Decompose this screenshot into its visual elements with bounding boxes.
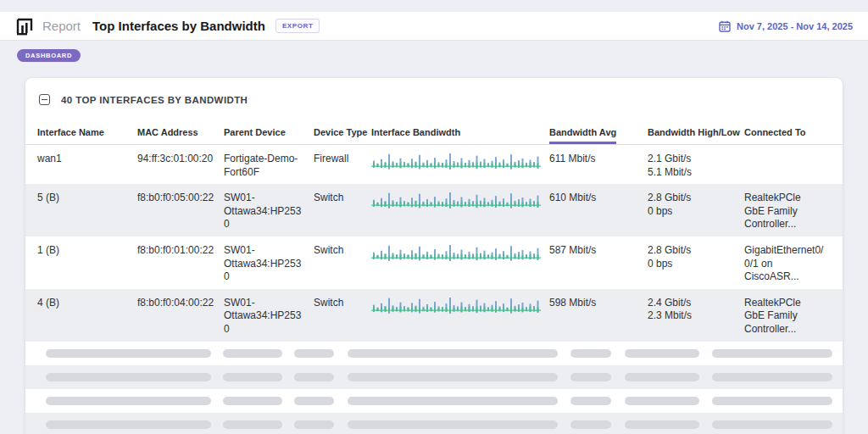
column-header-interface-name[interactable]: Interface Name (37, 127, 137, 144)
cell-bandwidth-avg: 587 Mbit/s (549, 236, 648, 289)
cell-mac-address: f8:b0:f0:04:00:22 (137, 289, 224, 342)
skeleton-placeholder-bar (712, 349, 832, 358)
skeleton-placeholder-bar (348, 420, 558, 429)
skeleton-placeholder-bar (46, 397, 211, 405)
column-header-label: Bandwidth Avg (549, 127, 616, 144)
skeleton-placeholder-bar (570, 397, 611, 405)
column-header-mac-address[interactable]: MAC Address (137, 127, 224, 144)
skeleton-placeholder-bar (625, 420, 699, 429)
skeleton-placeholder-bar (570, 373, 611, 381)
app-logo-icon (15, 17, 34, 36)
skeleton-placeholder-bar (223, 373, 282, 381)
collapse-icon[interactable] (39, 94, 50, 105)
bandwidth-sparkline-chart (371, 294, 541, 316)
cell-device-type: Firewall (314, 145, 371, 184)
skeleton-placeholder-bar (570, 349, 611, 358)
skeleton-placeholder-bar (348, 349, 558, 358)
skeleton-placeholder-bar (294, 397, 334, 405)
column-header-label: Interface Name (37, 127, 104, 144)
date-range-picker[interactable]: Nov 7, 2025 - Nov 14, 2025 (719, 20, 853, 32)
cell-interface-bandwidth (371, 145, 549, 184)
calendar-icon (719, 20, 731, 32)
column-header-bandwidth-avg[interactable]: Bandwidth Avg (549, 127, 648, 144)
skeleton-placeholder-bar (625, 349, 699, 358)
skeleton-row (25, 342, 843, 365)
skeleton-placeholder-bar (712, 397, 832, 405)
column-header-connected-to[interactable]: Connected To (744, 127, 832, 144)
cell-interface-name: 5 (B) (37, 184, 137, 236)
skeleton-row (25, 389, 843, 413)
panel-title: 40 TOP INTERFACES BY BANDWIDTH (61, 95, 248, 105)
skeleton-row (25, 365, 843, 389)
cell-interface-bandwidth (371, 236, 549, 289)
table-row[interactable]: 5 (B)f8:b0:f0:05:00:22SW01-Ottawa34:HP25… (25, 184, 843, 236)
cell-device-type: Switch (314, 184, 371, 236)
bandwidth-low-value: 0 bps (648, 205, 736, 219)
column-header-bandwidth-high-low[interactable]: Bandwidth High/Low (648, 127, 744, 144)
skeleton-placeholder-bar (625, 373, 699, 381)
bandwidth-low-value: 2.3 Mbit/s (648, 309, 736, 323)
skeleton-placeholder-bar (712, 373, 832, 381)
bandwidth-low-value: 0 bps (648, 258, 736, 271)
skeleton-row (25, 413, 843, 434)
cell-mac-address: f8:b0:f0:05:00:22 (137, 184, 224, 236)
table-header-row: Interface NameMAC AddressParent DeviceDe… (25, 116, 843, 145)
cell-bandwidth-high-low: 2.1 Gbit/s5.1 Mbit/s (648, 145, 744, 184)
skeleton-placeholder-bar (223, 397, 282, 405)
cell-device-type: Switch (314, 236, 371, 289)
cell-device-type: Switch (314, 289, 371, 342)
cell-bandwidth-avg: 598 Mbit/s (549, 289, 648, 342)
column-header-label: Parent Device (224, 127, 286, 144)
skeleton-placeholder-bar (46, 373, 211, 381)
bandwidth-low-value: 5.1 Mbit/s (648, 166, 736, 180)
dashboard-badge[interactable]: DASHBOARD (17, 49, 81, 62)
column-header-label: MAC Address (137, 127, 198, 144)
column-header-device-type[interactable]: Device Type (314, 127, 371, 144)
loading-skeleton (25, 342, 843, 434)
cell-bandwidth-high-low: 2.8 Gbit/s0 bps (648, 184, 744, 236)
cell-interface-name: 1 (B) (37, 236, 137, 289)
cell-interface-bandwidth (371, 289, 549, 342)
cell-bandwidth-high-low: 2.8 Gbit/s0 bps (648, 236, 744, 289)
cell-connected-to: GigabitEthernet0/0/1 on CiscoASR... (744, 236, 832, 289)
bandwidth-sparkline-chart (371, 150, 541, 172)
skeleton-placeholder-bar (570, 420, 611, 429)
skeleton-placeholder-bar (294, 420, 334, 429)
table-body: wan194:ff:3c:01:00:20Fortigate-Demo-Fort… (25, 145, 843, 342)
table-row[interactable]: 1 (B)f8:b0:f0:01:00:22SW01-Ottawa34:HP25… (25, 236, 843, 289)
cell-bandwidth-avg: 610 Mbit/s (549, 184, 648, 236)
skeleton-placeholder-bar (712, 420, 832, 429)
cell-connected-to: RealtekPCle GbE Family Controller... (744, 184, 832, 236)
column-header-parent-device[interactable]: Parent Device (224, 127, 314, 144)
cell-parent-device: SW01-Ottawa34:HP2530 (224, 289, 314, 342)
skeleton-placeholder-bar (46, 349, 211, 358)
bandwidth-high-value: 2.8 Gbit/s (648, 192, 736, 205)
skeleton-placeholder-bar (294, 373, 334, 381)
table-row[interactable]: 4 (B)f8:b0:f0:04:00:22SW01-Ottawa34:HP25… (25, 289, 843, 342)
cell-interface-name: 4 (B) (37, 289, 137, 342)
cell-connected-to: RealtekPCle GbE Family Controller... (744, 289, 832, 342)
skeleton-placeholder-bar (348, 397, 558, 405)
cell-bandwidth-avg: 611 Mbit/s (549, 145, 648, 184)
skeleton-placeholder-bar (348, 373, 558, 381)
report-card: 40 TOP INTERFACES BY BANDWIDTH Interface… (25, 78, 843, 434)
export-button[interactable]: EXPORT (275, 19, 320, 33)
panel-header: 40 TOP INTERFACES BY BANDWIDTH (25, 78, 843, 116)
skeleton-placeholder-bar (223, 349, 282, 358)
bandwidth-high-value: 2.4 Gbit/s (648, 297, 736, 310)
table-row[interactable]: wan194:ff:3c:01:00:20Fortigate-Demo-Fort… (25, 145, 843, 184)
date-range-label: Nov 7, 2025 - Nov 14, 2025 (737, 21, 853, 31)
cell-parent-device: SW01-Ottawa34:HP2530 (224, 184, 314, 236)
cell-parent-device: SW01-Ottawa34:HP2530 (224, 236, 314, 289)
cell-mac-address: 94:ff:3c:01:00:20 (137, 145, 224, 184)
bandwidth-high-value: 2.1 Gbit/s (648, 153, 736, 166)
column-header-label: Connected To (744, 127, 806, 144)
cell-connected-to (744, 145, 832, 184)
column-header-interface-bandiwdth[interactable]: Interface Bandiwdth (371, 127, 549, 144)
skeleton-placeholder-bar (223, 420, 282, 429)
bandwidth-sparkline-chart (371, 189, 541, 211)
column-header-label: Interface Bandiwdth (371, 127, 460, 144)
column-header-label: Bandwidth High/Low (648, 127, 740, 144)
skeleton-placeholder-bar (46, 420, 211, 429)
top-bar: Report Top Interfaces by Bandwidth EXPOR… (0, 12, 868, 41)
